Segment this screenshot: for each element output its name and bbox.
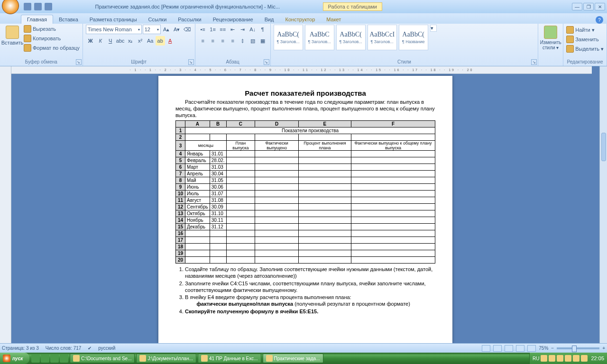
outdent-button[interactable]: ⇤ [228, 25, 238, 34]
styles-dialog-launcher[interactable]: ↘ [531, 59, 537, 65]
font-dialog-launcher[interactable]: ↘ [188, 59, 194, 65]
scroll-thumb[interactable] [601, 133, 606, 161]
tab-insert[interactable]: Вставка [53, 15, 84, 24]
tab-page-layout[interactable]: Разметка страницы [84, 15, 143, 24]
shrink-font-button[interactable]: A▾ [172, 25, 182, 34]
help-button[interactable]: ? [596, 16, 603, 24]
sort-button[interactable]: A↓ [248, 25, 258, 34]
font-name-combo[interactable]: Times New Roman▾ [86, 25, 142, 34]
taskbar-item-active[interactable]: Практические зада... [263, 354, 323, 363]
lang-indicator[interactable]: RU [533, 356, 539, 361]
strike-button[interactable]: abc [116, 36, 125, 46]
tray-icon[interactable] [581, 355, 588, 362]
align-left-button[interactable]: ≡ [198, 36, 208, 46]
align-center-button[interactable]: ≡ [208, 36, 218, 46]
replace-button[interactable]: Заменить [566, 35, 604, 44]
status-words[interactable]: Число слов: 717 [46, 346, 82, 351]
undo-icon[interactable] [34, 3, 42, 10]
style-gallery-item[interactable]: AaBbC(¶ Заголов... [274, 25, 303, 50]
ql-icon[interactable] [41, 354, 49, 363]
zoom-slider[interactable] [557, 347, 599, 349]
tab-design[interactable]: Конструктор [280, 15, 321, 24]
clear-format-button[interactable]: ⌫ [183, 25, 192, 34]
save-icon[interactable] [24, 3, 31, 10]
task-list: Создайте таблицу по образцу. Заполнив со… [175, 266, 435, 315]
show-marks-button[interactable]: ¶ [258, 25, 267, 34]
document-area[interactable]: · 1 · · 1 · · 2 · · 3 · · 4 · · 5 · · 6 … [11, 66, 599, 343]
view-draft[interactable] [527, 345, 536, 352]
tray-icon[interactable] [565, 355, 571, 362]
tab-mailings[interactable]: Рассылки [172, 15, 207, 24]
tab-review[interactable]: Рецензирование [207, 15, 259, 24]
clipboard-dialog-launcher[interactable]: ↘ [76, 59, 82, 65]
numbering-button[interactable]: 1≡ [208, 25, 218, 34]
tray-icon[interactable] [573, 355, 579, 362]
workspace: · 1 · · 1 · · 2 · · 3 · · 4 · · 5 · · 6 … [0, 66, 607, 343]
italic-button[interactable]: К [96, 36, 105, 46]
minimize-button[interactable]: — [572, 3, 582, 10]
change-case-button[interactable]: Aa [146, 36, 155, 46]
start-button[interactable]: пуск [0, 353, 29, 364]
style-gallery-item[interactable]: AaBbC¶ Заголов... [305, 25, 334, 50]
justify-button[interactable]: ≡ [228, 36, 238, 46]
taskbar-item[interactable]: J:\Документы\план... [136, 354, 196, 363]
ql-icon[interactable] [60, 354, 68, 363]
status-proof-icon[interactable]: ✔ [88, 346, 92, 351]
styles-more-button[interactable]: ▾ [430, 25, 437, 32]
grow-font-button[interactable]: A▴ [162, 25, 171, 34]
align-right-button[interactable]: ≡ [218, 36, 228, 46]
taskbar-item[interactable]: 41 ПР Данные в Exc... [198, 354, 261, 363]
underline-button[interactable]: Ч [106, 36, 115, 46]
view-full-screen[interactable] [493, 345, 502, 352]
office-button[interactable] [2, 0, 19, 14]
subscript-button[interactable]: x₂ [126, 36, 135, 46]
bullets-button[interactable]: •≡ [198, 25, 208, 34]
font-size-combo[interactable]: 12▾ [143, 25, 161, 34]
clock[interactable]: 22:05 [591, 355, 604, 361]
multilevel-button[interactable]: ≡≡ [218, 25, 228, 34]
tray-icon[interactable] [557, 355, 563, 362]
shading-button[interactable]: ▧ [248, 36, 258, 46]
close-button[interactable]: ✕ [595, 3, 605, 10]
style-gallery-item[interactable]: AaBbC(¶ Заголов... [336, 25, 366, 50]
tab-layout[interactable]: Макет [321, 15, 347, 24]
borders-button[interactable]: ▦ [258, 36, 267, 46]
copy-button[interactable]: Копировать [24, 34, 80, 43]
taskbar-item[interactable]: C:\Documents and Se... [70, 354, 135, 363]
line-spacing-button[interactable]: ‡ [238, 36, 248, 46]
group-editing: Найти ▾ Заменить Выделить ▾ Редактирован… [563, 24, 607, 66]
view-outline[interactable] [516, 345, 524, 352]
find-button[interactable]: Найти ▾ [566, 26, 604, 34]
page[interactable]: Расчет показателей производства Рассчита… [158, 76, 452, 343]
format-painter-button[interactable]: Формат по образцу [24, 44, 80, 52]
select-button[interactable]: Выделить ▾ [566, 45, 604, 53]
zoom-level[interactable]: 75% [539, 346, 548, 351]
view-web-layout[interactable] [505, 345, 513, 352]
status-language[interactable]: русский [98, 346, 115, 351]
cut-button[interactable]: Вырезать [24, 25, 80, 33]
paste-button[interactable]: Вставить [3, 25, 22, 46]
status-page[interactable]: Страница: 3 из 3 [2, 346, 39, 351]
maximize-button[interactable]: ❐ [583, 3, 594, 10]
vertical-scrollbar[interactable] [599, 66, 607, 343]
font-color-button[interactable]: A [166, 36, 175, 46]
style-gallery-item[interactable]: AaBbCcI¶ Заголов... [368, 25, 397, 50]
zoom-in-button[interactable]: + [602, 346, 605, 351]
tab-view[interactable]: Вид [259, 15, 280, 24]
tray-icon[interactable] [549, 355, 555, 362]
indent-button[interactable]: ⇥ [238, 25, 248, 34]
bold-button[interactable]: Ж [86, 36, 95, 46]
redo-icon[interactable] [45, 3, 52, 10]
change-styles-button[interactable]: Изменить стили ▾ [541, 25, 560, 50]
highlight-button[interactable]: ab [156, 36, 165, 46]
zoom-out-button[interactable]: − [551, 346, 554, 351]
superscript-button[interactable]: x² [136, 36, 145, 46]
tab-references[interactable]: Ссылки [143, 15, 173, 24]
ql-icon[interactable] [31, 354, 40, 363]
view-print-layout[interactable] [482, 345, 490, 352]
tab-home[interactable]: Главная [21, 15, 53, 24]
ql-icon[interactable] [50, 354, 59, 363]
tray-icon[interactable] [541, 355, 547, 362]
paragraph-dialog-launcher[interactable]: ↘ [264, 59, 269, 65]
style-gallery-item[interactable]: AaBbC(¶ Название [399, 25, 428, 50]
